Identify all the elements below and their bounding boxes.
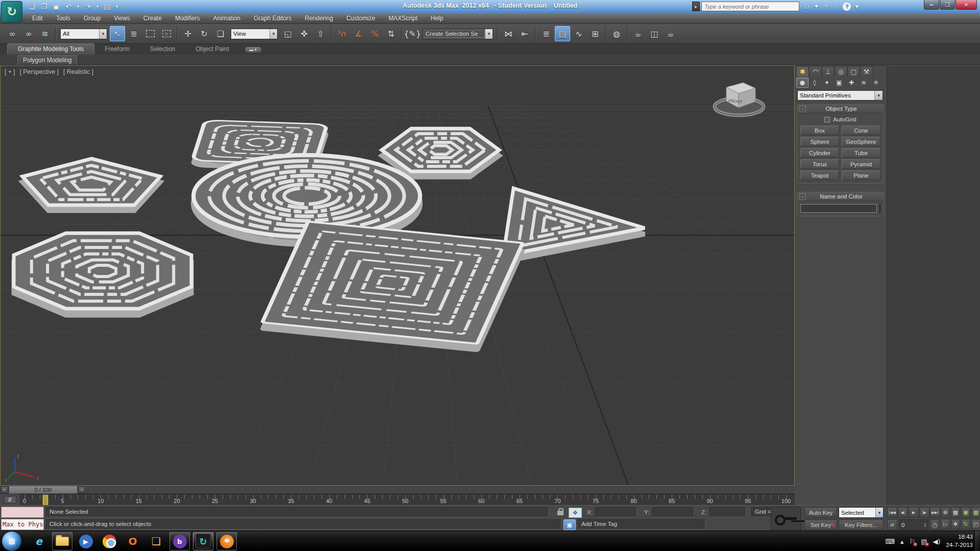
viewport-menu-view[interactable]: [ Perspective ] — [20, 68, 59, 76]
timeline-frame-label-0[interactable]: 0 — [23, 498, 26, 504]
keyboard-icon[interactable]: ⌨ — [885, 538, 895, 545]
help-dropdown-icon[interactable]: ▾ — [855, 3, 859, 10]
pentagon-maze[interactable] — [22, 159, 160, 211]
y-coordinate-field[interactable] — [652, 507, 694, 517]
select-by-name-icon[interactable]: ≣ — [126, 26, 141, 41]
auto-key-button[interactable]: Auto Key — [804, 507, 837, 518]
menu-maxscript[interactable]: MAXScript — [382, 13, 424, 24]
infocenter-nav-arrow[interactable]: ▸ — [692, 2, 700, 11]
object-type-geosphere[interactable]: GeoSphere — [842, 137, 880, 146]
bind-to-space-warp-icon[interactable]: ≋ — [37, 26, 53, 41]
curve-editor-icon[interactable]: ∿ — [571, 26, 586, 41]
spinner-snap-icon[interactable]: ⇅ — [383, 26, 399, 41]
timeline-frame-label-20[interactable]: 20 — [174, 498, 180, 504]
object-type-torus[interactable]: Torus — [800, 159, 839, 169]
primitive-category-dropdown[interactable]: Standard Primitives ▾ — [797, 90, 883, 101]
maxscript-mini-listener[interactable] — [1, 507, 44, 518]
play-button[interactable]: ▶ — [909, 507, 919, 518]
subtab-space-warps[interactable]: ≋ — [857, 78, 870, 88]
restore-button[interactable]: ❐ — [940, 0, 955, 10]
previous-frame-arrow[interactable]: < — [1, 486, 8, 493]
open-mini-curve-editor-button[interactable]: ⇵ — [0, 494, 20, 505]
orbit-button[interactable]: ↻ — [961, 519, 970, 530]
material-editor-icon[interactable]: ◍ — [609, 26, 624, 41]
go-to-start-button[interactable]: |◀◀ — [887, 507, 897, 518]
zoom-extents-button[interactable]: ▣ — [961, 507, 970, 518]
graphite-ribbon-toggle-icon[interactable]: ▤ — [555, 26, 570, 41]
subtab-systems[interactable]: ✳ — [870, 78, 882, 88]
menu-group[interactable]: Group — [77, 13, 107, 24]
photo-viewer-icon[interactable]: ❏ — [146, 532, 166, 550]
tab-hierarchy[interactable]: ⊥ — [822, 66, 835, 77]
ribbon-tab-selection[interactable]: Selection — [140, 44, 185, 55]
object-type-tube[interactable]: Tube — [842, 148, 880, 158]
object-type-sphere[interactable]: Sphere — [800, 137, 839, 146]
absolute-mode-transform-icon[interactable]: ❖ — [569, 508, 582, 518]
zoom-all-button[interactable]: ▦ — [951, 507, 960, 518]
timeline-frame-label-75[interactable]: 75 — [593, 498, 599, 504]
chevron-down-icon[interactable]: ▾ — [270, 29, 277, 39]
reference-coordinate-system-dropdown[interactable]: View▾ — [231, 29, 278, 39]
viewport-scene[interactable] — [1, 66, 795, 485]
media-player-icon[interactable]: ▶ — [76, 532, 96, 550]
octagon-maze[interactable] — [14, 233, 191, 315]
viewcube[interactable]: FRONT — [709, 74, 770, 121]
square-maze[interactable] — [262, 221, 523, 351]
subtab-helpers[interactable]: ✚ — [845, 78, 857, 88]
object-color-swatch[interactable] — [879, 204, 880, 213]
use-pivot-point-center-icon[interactable]: ◱ — [280, 26, 296, 41]
timeline-frame-label-90[interactable]: 90 — [707, 498, 713, 504]
align-icon[interactable]: ⇤ — [517, 26, 532, 41]
object-type-cone[interactable]: Cone — [842, 126, 880, 135]
ribbon-minimize-button[interactable]: ▬ ▾ — [244, 46, 262, 53]
timeline-frame-label-55[interactable]: 55 — [440, 498, 446, 504]
taskbar-clock[interactable]: 18:43 24-7-2013 — [946, 533, 973, 549]
object-type-pyramid[interactable]: Pyramid — [842, 159, 880, 169]
menu-edit[interactable]: Edit — [26, 13, 50, 24]
help-icon[interactable]: ? — [843, 3, 851, 11]
selection-lock-icon[interactable] — [557, 511, 564, 515]
time-slider[interactable] — [42, 494, 48, 506]
frame-spinner[interactable]: ▴▾ — [924, 522, 926, 528]
search-input[interactable] — [701, 2, 799, 11]
select-and-link-icon[interactable]: ∞ — [5, 26, 20, 41]
show-desktop-button[interactable] — [974, 531, 980, 551]
zoom-button[interactable]: ⊕ — [941, 507, 950, 518]
next-frame-button[interactable]: |▶ — [919, 507, 929, 518]
chevron-down-icon[interactable]: ▾ — [875, 508, 883, 517]
communication-center-icon[interactable]: ✧ — [823, 3, 829, 10]
timeline-frame-label-15[interactable]: 15 — [136, 498, 142, 504]
field-of-view-button[interactable]: ▷ — [941, 519, 950, 530]
bittorrent-icon[interactable]: b — [169, 532, 190, 550]
action-center-icon[interactable]: ⚐✕ — [910, 538, 916, 545]
hidden-icons-arrow[interactable]: ▴ — [900, 538, 904, 545]
ribbon-tab-freeform[interactable]: Freeform — [94, 44, 140, 55]
select-and-rotate-icon[interactable]: ↻ — [197, 26, 212, 41]
menu-create[interactable]: Create — [137, 13, 168, 24]
add-time-tag[interactable]: Add Time Tag — [578, 519, 705, 530]
volume-icon[interactable]: ◀) — [933, 538, 940, 545]
panel-tab-polygon-modeling[interactable]: Polygon Modeling — [17, 55, 77, 65]
isolate-selection-icon[interactable]: ▣ — [564, 519, 576, 530]
hexagon-maze[interactable] — [382, 129, 499, 177]
menu-graph-editors[interactable]: Graph Editors — [247, 13, 298, 24]
tab-modify[interactable]: ◠ — [809, 66, 822, 77]
timeline-frame-label-10[interactable]: 10 — [97, 498, 104, 504]
unlink-selection-icon[interactable]: ∞╱ — [21, 26, 36, 41]
subtab-lights[interactable]: ✦ — [821, 78, 833, 88]
window-crossing-toggle-icon[interactable]: ▫ — [159, 26, 174, 41]
select-and-move-icon[interactable]: ✛ — [180, 26, 195, 41]
menu-tools[interactable]: Tools — [50, 13, 77, 24]
autogrid-checkbox[interactable] — [824, 117, 830, 122]
timeline-frame-label-40[interactable]: 40 — [326, 498, 332, 504]
render-production-icon[interactable]: ☕ — [663, 26, 678, 41]
ribbon-tab-object-paint[interactable]: Object Paint — [185, 44, 239, 55]
3ds-max-icon[interactable]: ↻ — [193, 532, 213, 550]
internet-explorer-icon[interactable]: e — [29, 532, 49, 550]
tab-display[interactable]: ▢ — [847, 66, 860, 77]
key-mode-toggle[interactable]: ⇄ — [887, 519, 897, 530]
x-coordinate-field[interactable] — [595, 507, 637, 517]
rendered-frame-window-icon[interactable]: ◫ — [647, 26, 662, 41]
timeline-frame-label-45[interactable]: 45 — [364, 498, 370, 504]
menu-customize[interactable]: Customize — [339, 13, 382, 24]
